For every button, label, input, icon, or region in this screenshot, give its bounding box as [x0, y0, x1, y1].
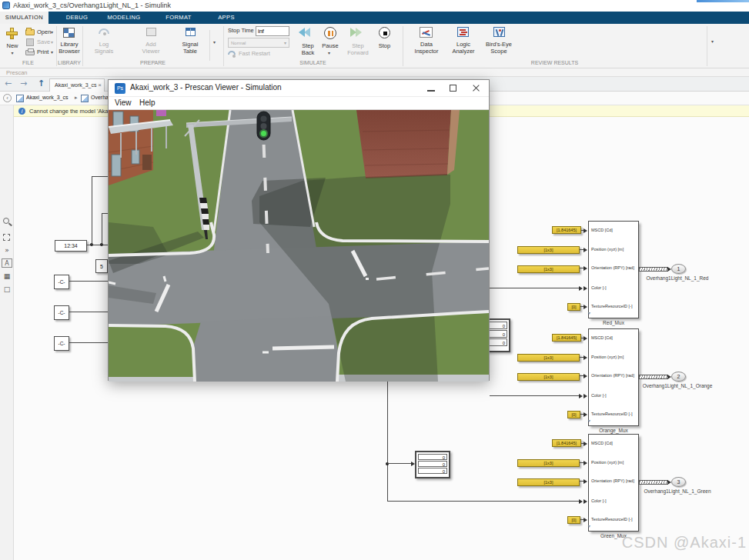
area-button[interactable]: □ — [2, 284, 12, 295]
constant-block-c1[interactable]: -C- — [54, 275, 69, 289]
mux-input-label: MSCD [Cd] — [591, 228, 613, 232]
breadcrumb-root[interactable]: Akaxi_work_3_cs — [26, 95, 68, 100]
wire[interactable] — [102, 214, 102, 245]
outport-block[interactable]: 2 — [671, 372, 686, 382]
viewer-title-bar[interactable]: Ps Akaxi_work_3 - Prescan Viewer - Simul… — [109, 80, 489, 97]
wire[interactable] — [102, 213, 108, 214]
wire[interactable] — [69, 342, 108, 343]
wire[interactable] — [69, 281, 108, 282]
wire[interactable] — [490, 288, 579, 288]
stop-time-input[interactable] — [256, 26, 289, 36]
display-block[interactable]: 0 0 0 — [415, 451, 450, 478]
toolstrip: New ▾ Open ▾ Save ▾ Print ▾ FILE Library… — [0, 24, 749, 68]
open-dropdown-icon: ▾ — [51, 29, 53, 35]
tower-building — [356, 110, 460, 178]
viewer-title: Akaxi_work_3 - Prescan Viewer - Simulati… — [130, 83, 282, 92]
back-button[interactable]: ← — [5, 78, 12, 88]
toolstrip-collapse-button[interactable]: ▾ — [711, 38, 714, 44]
up-button[interactable]: ↑ — [38, 78, 45, 88]
bus-wire[interactable] — [639, 480, 668, 485]
signal-routing-button[interactable]: » — [2, 245, 12, 255]
minimize-button[interactable] — [420, 80, 443, 97]
outport-block[interactable]: 1 — [671, 264, 686, 274]
review-group-label: REVIEW RESULTS — [403, 60, 707, 65]
warning-text: Cannot change the model 'Aka — [29, 108, 108, 115]
wire[interactable] — [387, 501, 579, 502]
fast-restart-icon — [228, 51, 236, 55]
constant-block-texture[interactable]: [0] — [567, 411, 580, 418]
close-tab-icon[interactable]: × — [98, 79, 102, 91]
constant-block-mscd[interactable]: [1.841645] — [552, 334, 581, 342]
menu-view[interactable]: View — [115, 98, 132, 107]
constant-block-mscd[interactable]: [1.841645] — [552, 439, 581, 447]
tab-simulation[interactable]: SIMULATION — [0, 12, 48, 24]
mux-name-label: Orange_Mux — [588, 428, 639, 433]
viewer-menu-bar: View Help — [109, 97, 489, 110]
bus-wire[interactable] — [639, 375, 668, 379]
image-annotation-button[interactable]: ▦ — [2, 271, 12, 282]
data-inspector-icon — [420, 27, 433, 38]
outport-block[interactable]: 3 — [671, 477, 686, 487]
maximize-button[interactable] — [443, 80, 465, 97]
wire[interactable] — [490, 395, 579, 396]
tab-debug[interactable]: DEBUG — [58, 12, 96, 24]
constant-block-c2[interactable]: -C- — [54, 305, 69, 320]
mux-input-label: Orientation (RPY) [rad] — [591, 373, 634, 378]
tab-modeling[interactable]: MODELING — [100, 12, 148, 24]
constant-block-vector[interactable]: [1x3] — [517, 459, 580, 467]
wire[interactable] — [387, 381, 388, 502]
mux-input-label: Color [-] — [591, 498, 607, 503]
subsystem-icon — [81, 95, 89, 102]
wire[interactable] — [92, 176, 108, 177]
constant-block-vector[interactable]: [1x3] — [517, 246, 580, 254]
mode-value: Normal — [231, 41, 246, 45]
menu-help[interactable]: Help — [139, 98, 155, 107]
document-tab-label: Akaxi_work_3_cs — [55, 82, 96, 88]
birds-eye-scope-icon — [493, 27, 505, 37]
stop-line — [273, 347, 334, 348]
constant-block-texture[interactable]: [0] — [567, 516, 580, 524]
document-tab[interactable]: Akaxi_work_3_cs × — [49, 78, 105, 92]
constant-block-mscd[interactable]: [1.841645] — [552, 226, 581, 234]
collapse-explorer-icon[interactable]: ‹ — [3, 94, 12, 102]
mux-input-label: Position (xyz) [m] — [591, 460, 624, 465]
wire[interactable] — [387, 463, 411, 464]
mux-input-label: MSCD [Cd] — [591, 441, 613, 445]
digital-clock-block[interactable]: 12:34 — [55, 240, 87, 252]
tab-apps[interactable]: APPS — [209, 12, 243, 24]
traffic-light — [257, 112, 270, 140]
bus-wire[interactable] — [639, 267, 668, 272]
prescan-viewer-window[interactable]: Ps Akaxi_work_3 - Prescan Viewer - Simul… — [108, 79, 490, 381]
constant-block-vector[interactable]: [1x3] — [517, 265, 580, 273]
new-dropdown-icon: ▾ — [9, 50, 15, 55]
mode-select[interactable]: Normal ▾ — [228, 38, 289, 48]
constant-block-vector[interactable]: [1x3] — [517, 373, 580, 381]
wire[interactable] — [92, 177, 92, 245]
prescan-3d-viewport[interactable] — [109, 110, 489, 382]
more-inputs-icon: ▾ — [588, 523, 590, 528]
prescan-panel-strip: Prescan — [0, 68, 749, 77]
wire[interactable] — [69, 312, 108, 312]
shop-sign — [156, 110, 166, 116]
mux-input-label: Orientation (RPY) [rad] — [591, 478, 634, 483]
mux-name-label: Red_Mux — [588, 320, 639, 325]
library-group-label: LIBRARY — [56, 60, 82, 65]
log-signals-icon — [99, 28, 109, 34]
constant-block-c3[interactable]: -C- — [54, 336, 69, 351]
close-button[interactable] — [465, 80, 487, 97]
forward-button[interactable]: → — [20, 78, 27, 88]
constant-block-vector[interactable]: [1x3] — [517, 354, 580, 362]
breadcrumb-chevron-icon: ▸ — [75, 95, 78, 101]
prepare-group-label: PREPARE — [82, 60, 223, 65]
constant-block-vector[interactable]: [1x3] — [517, 478, 580, 486]
constant-block-5[interactable]: 5 — [95, 259, 108, 273]
mux-input-label: Color [-] — [591, 393, 607, 398]
prescan-panel-label: Prescan — [6, 69, 28, 76]
tab-format[interactable]: FORMAT — [160, 12, 197, 24]
annotation-button[interactable]: A — [2, 258, 12, 268]
simulate-group-label: SIMULATE — [223, 60, 403, 65]
constant-block-texture[interactable]: [0] — [567, 303, 580, 311]
prepare-more-button[interactable]: ▾ — [213, 39, 216, 45]
stop-time-label: Stop Time — [228, 27, 254, 34]
model-icon — [16, 95, 24, 102]
